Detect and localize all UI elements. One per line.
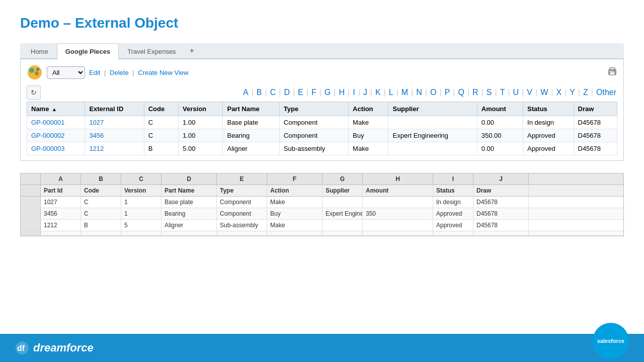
svg-rect-5 xyxy=(610,72,615,75)
alpha-F[interactable]: F xyxy=(310,87,317,98)
ss-cell-0-2: 1 xyxy=(121,197,162,208)
alpha-D[interactable]: D xyxy=(283,87,291,98)
col-header-H: H xyxy=(363,173,433,185)
ss-cell-1-6: Expert Engineering xyxy=(323,208,363,219)
bottom-bar: df dreamforce salesforce xyxy=(0,334,644,362)
ss-cell-1-7: 350 xyxy=(363,208,433,219)
print-icon[interactable] xyxy=(607,66,617,78)
reload-button[interactable]: ↻ xyxy=(27,85,41,100)
name-link[interactable]: GP-000001 xyxy=(31,119,65,126)
ss-cell-1-1: C xyxy=(81,208,121,219)
page-title: Demo – External Object xyxy=(20,15,624,31)
alpha-B[interactable]: B xyxy=(256,87,263,98)
cell-version: 5.00 xyxy=(179,142,223,155)
alpha-U[interactable]: U xyxy=(512,87,520,98)
add-tab-button[interactable]: + xyxy=(185,43,199,58)
col-header-draw[interactable]: Draw xyxy=(574,102,617,116)
alpha-V[interactable]: V xyxy=(526,87,533,98)
cell-supplier xyxy=(388,116,477,129)
row-num-0 xyxy=(21,197,41,208)
field-row-num xyxy=(21,185,41,196)
spreadsheet-data-row: 1027C1Base plateComponentMakeIn designD4… xyxy=(21,197,623,208)
empty-cell-2 xyxy=(121,231,162,235)
col-header-supplier[interactable]: Supplier xyxy=(388,102,477,116)
cell-type: Component xyxy=(279,129,348,142)
tab-home[interactable]: Home xyxy=(22,43,57,59)
alpha-Z[interactable]: Z xyxy=(582,87,589,98)
alpha-E[interactable]: E xyxy=(297,87,304,98)
col-header-type[interactable]: Type xyxy=(279,102,348,116)
svg-point-2 xyxy=(35,71,39,75)
name-link[interactable]: GP-000003 xyxy=(31,145,65,152)
cell-status: In design xyxy=(523,116,574,129)
col-header-C: C xyxy=(121,173,162,185)
delete-link[interactable]: Delete xyxy=(110,69,129,76)
alpha-Q[interactable]: Q xyxy=(457,87,465,98)
alpha-H[interactable]: H xyxy=(338,87,346,98)
edit-link[interactable]: Edit xyxy=(89,69,100,76)
col-header-action[interactable]: Action xyxy=(349,102,388,116)
ss-cell-2-4: Sub-assembly xyxy=(217,220,267,231)
ext-id-link[interactable]: 1212 xyxy=(89,145,104,152)
empty-row-num xyxy=(21,231,41,235)
col-header-part-name[interactable]: Part Name xyxy=(223,102,279,116)
field-header-1: Code xyxy=(81,185,121,196)
cell-action: Make xyxy=(349,142,388,155)
svg-point-7 xyxy=(614,71,615,72)
field-header-9: Draw xyxy=(473,185,529,196)
col-header-version[interactable]: Version xyxy=(179,102,223,116)
ss-cell-2-0: 1212 xyxy=(41,220,81,231)
ext-id-link[interactable]: 1027 xyxy=(89,119,104,126)
col-header-name[interactable]: Name ▲ xyxy=(27,102,85,116)
alpha-C[interactable]: C xyxy=(269,87,277,98)
alpha-K[interactable]: K xyxy=(374,87,382,98)
alpha-X[interactable]: X xyxy=(555,87,562,98)
table-row: GP-000003 1212 B 5.00 Aligner Sub-assemb… xyxy=(27,142,617,155)
alpha-R[interactable]: R xyxy=(471,87,479,98)
ss-cell-1-8: Approved xyxy=(433,208,473,219)
alpha-P[interactable]: P xyxy=(444,87,451,98)
cell-status: Approved xyxy=(523,129,574,142)
alpha-A[interactable]: A xyxy=(242,87,250,98)
col-header-external-id[interactable]: External ID xyxy=(85,102,144,116)
ss-cell-2-2: 5 xyxy=(121,220,162,231)
alpha-T[interactable]: T xyxy=(499,87,506,98)
col-header-F: F xyxy=(267,173,323,185)
alpha-G[interactable]: G xyxy=(324,87,332,98)
ss-cell-2-3: Aligner xyxy=(162,220,217,231)
alpha-N[interactable]: N xyxy=(415,87,423,98)
alpha-W[interactable]: W xyxy=(539,87,549,98)
view-dropdown[interactable]: All Recent xyxy=(47,66,85,79)
col-header-B: B xyxy=(81,173,121,185)
cell-draw: D45678 xyxy=(574,129,617,142)
ss-cell-1-4: Component xyxy=(217,208,267,219)
cell-amount: 0.00 xyxy=(477,116,523,129)
alpha-L[interactable]: L xyxy=(388,87,394,98)
separator-2: | xyxy=(132,69,134,76)
spreadsheet-data-row: 1212B5AlignerSub-assemblyMakeApprovedD45… xyxy=(21,220,623,231)
alpha-I[interactable]: I xyxy=(352,87,356,98)
col-header-amount[interactable]: Amount xyxy=(477,102,523,116)
cell-supplier: Expert Engineering xyxy=(388,129,477,142)
ext-id-link[interactable]: 3456 xyxy=(89,132,104,139)
ss-cell-0-4: Component xyxy=(217,197,267,208)
field-header-7: Amount xyxy=(363,185,433,196)
alpha-S[interactable]: S xyxy=(486,87,493,98)
salesforce-label: salesforce xyxy=(597,337,624,344)
alpha-other[interactable]: Other xyxy=(595,87,617,98)
cell-draw: D45678 xyxy=(574,116,617,129)
empty-cell-5 xyxy=(267,231,323,235)
tab-google-pieces[interactable]: Google Pieces xyxy=(57,43,119,59)
create-view-link[interactable]: Create New View xyxy=(138,69,188,76)
alpha-Y[interactable]: Y xyxy=(569,87,576,98)
alpha-M[interactable]: M xyxy=(400,87,409,98)
ss-cell-2-5: Make xyxy=(267,220,323,231)
alpha-O[interactable]: O xyxy=(429,87,437,98)
cell-status: Approved xyxy=(523,142,574,155)
col-header-code[interactable]: Code xyxy=(144,102,178,116)
name-link[interactable]: GP-000002 xyxy=(31,132,65,139)
tab-travel-expenses[interactable]: Travel Expenses xyxy=(119,43,184,59)
empty-cell-3 xyxy=(162,231,217,235)
alpha-J[interactable]: J xyxy=(362,87,368,98)
col-header-status[interactable]: Status xyxy=(523,102,574,116)
